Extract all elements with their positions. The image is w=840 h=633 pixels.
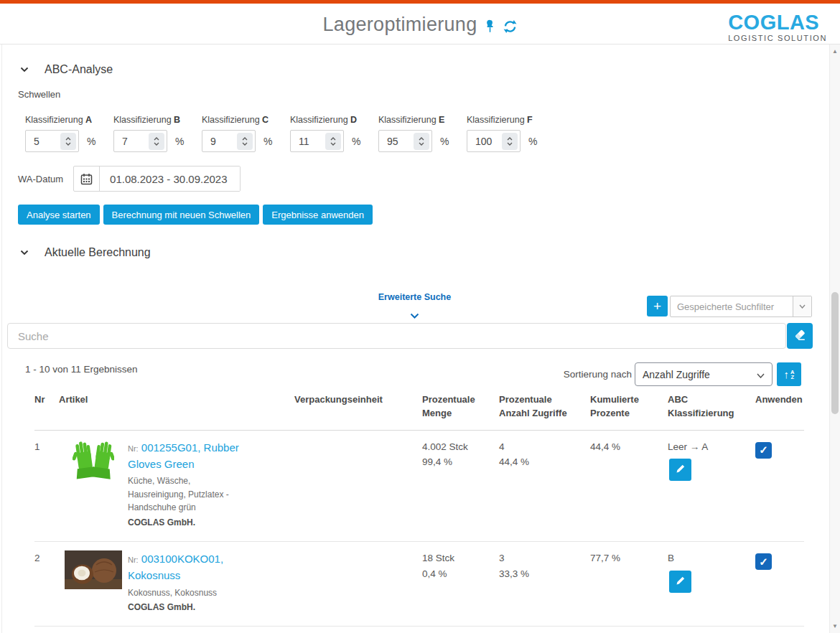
article-name-link[interactable]: Kokosnuss (128, 569, 180, 581)
sort-arrow-icon: ↑ (784, 369, 790, 380)
sort-value: Anzahl Zugriffe (643, 369, 710, 380)
stepper-icon[interactable] (149, 133, 164, 150)
article-no-link[interactable]: 001255G01, (141, 441, 201, 454)
percent-label: % (263, 136, 272, 147)
cell-packaging (294, 439, 422, 530)
vertical-scrollbar[interactable]: ▲ ▼ (829, 44, 840, 633)
article-company: COGLAS GmbH. (128, 516, 243, 530)
coglas-logo: COGLAS LOGISTIC SOLUTION (728, 11, 827, 42)
classification-d-input[interactable] (291, 136, 319, 147)
edit-classification-button[interactable] (669, 571, 691, 593)
edit-classification-button[interactable] (669, 459, 691, 481)
table-row: 2 Nr: (34, 542, 804, 627)
search-row (7, 323, 786, 349)
row-nr: 2 (34, 550, 59, 614)
cell-cumulative: 44,4 % (590, 439, 668, 530)
percent-label: % (440, 136, 449, 147)
stepper-icon[interactable] (237, 133, 253, 150)
classification-letter: E (439, 115, 444, 125)
header: Lageroptimierung (0, 4, 840, 44)
classification-letter: C (262, 115, 269, 125)
wa-date-label: WA-Datum (18, 174, 63, 184)
article-company: COGLAS GmbH. (128, 601, 243, 614)
abc-value: B (668, 550, 748, 566)
scroll-up-icon[interactable]: ▲ (830, 48, 840, 55)
pencil-icon (676, 576, 686, 588)
select-chevron-icon (757, 368, 765, 381)
add-filter-button[interactable]: + (647, 296, 668, 316)
stepper-icon[interactable] (60, 133, 76, 150)
action-buttons: Analyse starten Berechnung mit neuen Sch… (18, 205, 373, 225)
cell-apply: ✓ (755, 550, 804, 614)
recalculate-button[interactable]: Berechnung mit neuen Schwellen (103, 205, 260, 225)
sort-label: Sortierung nach (535, 369, 632, 380)
col-prozentuale-menge: Prozentuale Menge (422, 393, 499, 421)
classification-group-e: Klassifizierung E % (378, 115, 467, 152)
check-icon: ✓ (759, 553, 768, 571)
classification-label: Klassifizierung (113, 115, 172, 125)
apply-checkbox[interactable]: ✓ (755, 442, 772, 459)
classification-a-input[interactable] (26, 136, 55, 147)
saved-filters-select[interactable]: Gespeicherte Suchfilter (670, 296, 812, 317)
article-no-link[interactable]: 003100KOKO01, (141, 553, 223, 565)
classification-label: Klassifizierung (467, 115, 525, 125)
clear-search-button[interactable] (787, 323, 813, 349)
classification-letter: D (350, 115, 357, 125)
row-nr: 1 (34, 439, 59, 530)
table-header: Nr Artikel Verpackungseinheit Prozentual… (34, 393, 804, 431)
sort-direction-button[interactable]: ↑ AZ (777, 362, 801, 386)
article-description: Küche, Wäsche, Hausreinigung, Putzlatex … (128, 474, 243, 515)
percent-label: % (175, 136, 184, 147)
check-icon: ✓ (759, 441, 768, 459)
cell-abc: B (668, 550, 755, 614)
refresh-icon[interactable] (503, 19, 517, 34)
classification-label: Klassifizierung (290, 115, 348, 125)
results-table: Nr Artikel Verpackungseinheit Prozentual… (34, 393, 804, 633)
cell-cumulative: 77,7 % (590, 550, 668, 614)
abc-value: Leer → A (668, 439, 748, 455)
stepper-icon[interactable] (414, 133, 429, 150)
apply-results-button[interactable]: Ergebnisse anwenden (263, 205, 373, 225)
product-image-gloves (59, 439, 128, 530)
dropdown-chevron-icon[interactable] (793, 296, 811, 316)
classification-group-f: Klassifizierung F % (467, 115, 555, 152)
classification-letter: B (174, 115, 180, 125)
classification-c-input[interactable] (202, 136, 231, 147)
col-nr: Nr (34, 393, 59, 421)
percent-label: % (352, 136, 360, 147)
article-description: Kokosnuss, Kokosnuss (128, 586, 243, 600)
col-verpackungseinheit: Verpackungseinheit (294, 393, 422, 421)
wa-date-row: WA-Datum (18, 166, 241, 192)
collapse-chevron-icon[interactable] (20, 250, 29, 255)
classification-e-input[interactable] (379, 136, 408, 147)
lageroptimierung-page: Lageroptimierung (0, 0, 840, 633)
classification-group-b: Klassifizierung B % (113, 115, 202, 152)
classification-b-input[interactable] (114, 136, 143, 147)
thresholds-label: Schwellen (18, 89, 60, 100)
classification-label: Klassifizierung (202, 115, 260, 125)
cell-abc: Leer → A (668, 439, 755, 530)
scrollbar-thumb[interactable] (831, 292, 839, 414)
pin-icon[interactable] (483, 19, 496, 33)
classification-group-a: Klassifizierung A % (25, 115, 113, 152)
calendar-icon[interactable] (74, 167, 100, 191)
cell-pct-access: 333,3 % (499, 550, 590, 614)
classification-letter: A (85, 115, 92, 125)
stepper-icon[interactable] (502, 133, 518, 150)
classification-group-d: Klassifizierung D % (290, 115, 378, 152)
scroll-down-icon[interactable]: ▼ (830, 623, 840, 629)
classification-f-input[interactable] (467, 136, 496, 147)
start-analysis-button[interactable]: Analyse starten (18, 205, 100, 225)
wa-date-input[interactable] (100, 167, 240, 191)
sort-select[interactable]: Anzahl Zugriffe (635, 362, 773, 386)
advanced-search-link[interactable]: Erweiterte Suche (378, 292, 451, 302)
section-title: Aktuelle Berechnung (45, 246, 151, 259)
stepper-icon[interactable] (325, 133, 341, 150)
cell-pct-qty: 4.002 Stck99,4 % (422, 439, 499, 530)
search-input[interactable] (7, 323, 786, 349)
cell-pct-access: 444,4 % (499, 439, 590, 530)
percent-label: % (528, 136, 537, 147)
pencil-icon (676, 464, 686, 476)
collapse-chevron-icon[interactable] (20, 67, 29, 72)
apply-checkbox[interactable]: ✓ (755, 553, 772, 570)
